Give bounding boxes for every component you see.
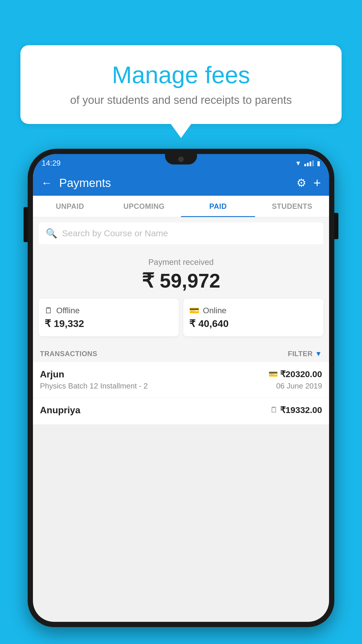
filter-button[interactable]: FILTER ▼ xyxy=(288,350,322,358)
speech-bubble-container: Manage fees of your students and send re… xyxy=(20,45,342,124)
speech-bubble-title: Manage fees xyxy=(38,61,324,89)
search-bar[interactable]: 🔍 Search by Course or Name xyxy=(39,223,323,244)
signal-bar-1 xyxy=(304,164,306,166)
transactions-list: Arjun 💳 ₹20320.00 Physics Batch 12 Insta… xyxy=(33,362,329,425)
transaction-name-arjun: Arjun xyxy=(40,369,64,380)
transactions-header: TRANSACTIONS FILTER ▼ xyxy=(33,343,329,362)
offline-card-header: 🗒 Offline xyxy=(45,306,80,315)
wifi-icon: ▼ xyxy=(295,160,301,167)
tab-paid[interactable]: PAID xyxy=(181,196,255,217)
transaction-row-top-anupriya: Anupriya 🗒 ₹19332.00 xyxy=(40,405,322,416)
transactions-label: TRANSACTIONS xyxy=(40,350,97,358)
transaction-name-anupriya: Anupriya xyxy=(40,405,80,416)
offline-card: 🗒 Offline ₹ 19,332 xyxy=(39,299,179,336)
notch-camera xyxy=(178,157,184,162)
offline-amount: ₹ 19,332 xyxy=(45,318,84,329)
speech-bubble-subtitle: of your students and send receipts to pa… xyxy=(38,94,324,106)
notch xyxy=(165,154,197,164)
search-icon: 🔍 xyxy=(46,228,57,239)
online-card: 💳 Online ₹ 40,640 xyxy=(183,299,323,336)
transaction-date-arjun: 06 June 2019 xyxy=(276,382,322,391)
transaction-amount-row-arjun: 💳 ₹20320.00 xyxy=(268,369,322,379)
online-icon: 💳 xyxy=(189,306,199,315)
tabs-container: UNPAID UPCOMING PAID STUDENTS xyxy=(33,196,329,217)
tab-upcoming[interactable]: UPCOMING xyxy=(107,196,181,217)
search-placeholder-text: Search by Course or Name xyxy=(62,228,168,238)
filter-icon: ▼ xyxy=(315,350,322,358)
table-row[interactable]: Arjun 💳 ₹20320.00 Physics Batch 12 Insta… xyxy=(33,362,329,398)
transaction-desc-arjun: Physics Batch 12 Installment - 2 xyxy=(40,382,148,391)
app-header: ← Payments ⚙ + xyxy=(33,170,329,196)
signal-bar-2 xyxy=(307,163,309,166)
online-payment-icon-arjun: 💳 xyxy=(268,370,278,379)
battery-icon: ▮ xyxy=(317,160,320,167)
speech-bubble: Manage fees of your students and send re… xyxy=(20,45,342,124)
offline-icon: 🗒 xyxy=(45,306,53,315)
signal-bar-4 xyxy=(312,160,314,166)
transaction-row-bottom-arjun: Physics Batch 12 Installment - 2 06 June… xyxy=(40,382,322,391)
phone-outer: 14:29 ▼ ▮ ← Payments ⚙ + xyxy=(28,149,334,627)
transaction-row-top-arjun: Arjun 💳 ₹20320.00 xyxy=(40,369,322,380)
search-container: 🔍 Search by Course or Name xyxy=(33,217,329,249)
table-row[interactable]: Anupriya 🗒 ₹19332.00 xyxy=(33,398,329,425)
online-label: Online xyxy=(203,306,226,315)
tab-unpaid[interactable]: UNPAID xyxy=(33,196,107,217)
status-time: 14:29 xyxy=(42,156,61,168)
filter-label: FILTER xyxy=(288,350,313,358)
signal-bar-3 xyxy=(310,162,311,166)
phone-wrapper: 14:29 ▼ ▮ ← Payments ⚙ + xyxy=(28,149,334,644)
payment-total-amount: ₹ 59,972 xyxy=(39,269,323,292)
header-title: Payments xyxy=(59,176,289,190)
transaction-amount-anupriya: ₹19332.00 xyxy=(280,405,322,415)
online-amount: ₹ 40,640 xyxy=(189,318,229,329)
payment-received-label: Payment received xyxy=(39,258,323,267)
offline-label: Offline xyxy=(56,306,80,315)
transaction-amount-arjun: ₹20320.00 xyxy=(280,369,322,379)
online-card-header: 💳 Online xyxy=(189,306,226,315)
offline-payment-icon-anupriya: 🗒 xyxy=(270,405,278,414)
status-icons: ▼ ▮ xyxy=(295,157,320,167)
payment-summary: Payment received ₹ 59,972 🗒 Offline ₹ 19… xyxy=(33,249,329,343)
signal-bars xyxy=(304,160,314,166)
tab-students[interactable]: STUDENTS xyxy=(255,196,329,217)
gear-button[interactable]: ⚙ xyxy=(296,176,306,189)
transaction-amount-row-anupriya: 🗒 ₹19332.00 xyxy=(270,405,322,415)
plus-button[interactable]: + xyxy=(313,176,321,190)
phone-screen: 14:29 ▼ ▮ ← Payments ⚙ + xyxy=(33,154,329,622)
payment-cards: 🗒 Offline ₹ 19,332 💳 Online ₹ 40,640 xyxy=(39,299,323,336)
back-button[interactable]: ← xyxy=(41,177,52,189)
